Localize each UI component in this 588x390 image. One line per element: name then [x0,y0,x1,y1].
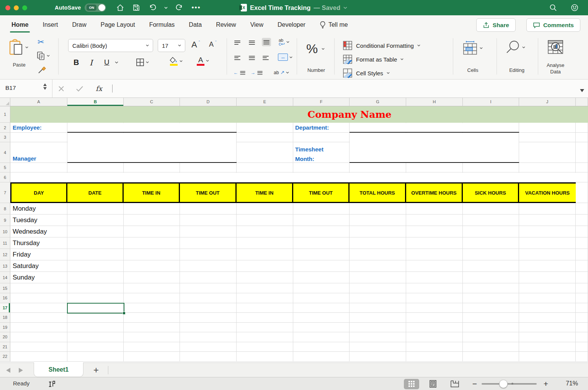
grid-cell[interactable] [519,163,576,172]
grid-cell[interactable] [237,249,293,260]
grid-cell[interactable] [576,313,588,323]
decrease-font-size-button[interactable]: Aˇ [209,41,217,49]
cells-button[interactable] [462,41,483,56]
increase-font-size-button[interactable]: Aˆ [191,40,200,50]
grid-cell[interactable] [180,272,237,283]
insert-function-button[interactable]: fx [96,80,102,98]
row-header-22[interactable]: 22 [0,352,10,362]
grid-cell[interactable] [293,352,350,362]
grid-cell[interactable] [406,313,463,323]
grid-cell[interactable] [350,237,406,249]
grid-cell[interactable] [67,332,124,342]
timesheet-header-time-in[interactable]: TIME IN [237,184,293,202]
grid-cell[interactable] [463,237,519,249]
grid-cell[interactable] [293,203,350,214]
grid-cell[interactable] [124,214,180,226]
italic-button[interactable]: I [90,58,93,67]
grid-cell[interactable] [237,260,293,272]
row-header-13[interactable]: 13 [0,260,10,272]
redo-icon[interactable] [175,3,184,12]
grid-cell[interactable] [237,272,293,283]
row-header-18[interactable]: 18 [0,313,10,323]
home-icon[interactable] [116,3,124,12]
grid-cell[interactable] [124,249,180,260]
align-center-button[interactable] [249,55,255,61]
row-header-16[interactable]: 16 [0,293,10,303]
grid-cell[interactable] [180,323,237,333]
cut-button[interactable]: ✂ [38,37,44,47]
grid-cell[interactable] [67,352,124,362]
timesheet-header-day[interactable]: DAY [11,184,67,202]
grid-cell[interactable] [463,249,519,260]
name-box-spinner[interactable] [43,83,47,90]
number-format-button[interactable]: % [306,41,325,56]
zoom-slider-knob[interactable] [499,380,508,388]
grid-cell[interactable] [237,332,293,342]
tab-formulas[interactable]: Formulas [149,15,175,34]
grid-cell[interactable] [124,226,180,237]
grid-cell[interactable] [10,283,67,293]
grid-cell[interactable] [293,283,350,293]
grid-cell[interactable] [180,303,237,313]
grid-cell[interactable] [406,237,463,249]
grid-cell[interactable] [463,272,519,283]
grid-cell[interactable] [124,323,180,333]
grid-cell[interactable] [67,283,124,293]
grid-cell[interactable] [463,226,519,237]
grid-cell[interactable] [350,293,406,303]
grid-cell[interactable] [180,203,237,214]
save-icon[interactable] [132,3,140,12]
grid-cell[interactable] [406,214,463,226]
column-header-j[interactable]: J [519,98,576,106]
grid-cell[interactable] [124,313,180,323]
row-header-6[interactable]: 6 [0,172,10,182]
grid-cell[interactable] [67,260,124,272]
copy-button[interactable] [37,51,50,60]
zoom-window-button[interactable] [22,5,27,10]
grid-cell[interactable] [519,123,576,133]
grid-cell[interactable] [10,352,67,362]
grid-cell[interactable] [463,293,519,303]
zoom-in-button[interactable]: + [541,377,550,390]
formula-input[interactable] [119,80,577,98]
align-right-button[interactable] [263,55,269,61]
grid-cell[interactable] [576,323,588,333]
row-header-2[interactable]: 2 [0,123,10,133]
grid-cell[interactable] [67,203,124,214]
confirm-entry-button[interactable] [76,80,83,98]
grid-cell[interactable] [350,303,406,313]
grid-cell[interactable] [519,226,576,237]
grid-cell[interactable] [124,303,180,313]
grid-cell[interactable] [180,313,237,323]
row-header-11[interactable]: 11 [0,237,10,249]
grid-cell[interactable] [576,182,588,203]
grid-cell[interactable] [463,163,519,172]
grid-cell[interactable] [10,323,67,333]
grid-cell[interactable] [10,303,67,313]
grid-cell[interactable] [350,260,406,272]
grid-cell[interactable] [519,342,576,352]
row-header-9[interactable]: 9 [0,214,10,226]
grid-cell[interactable] [576,142,588,163]
day-cell-monday[interactable]: Monday [10,203,67,214]
grid-cell[interactable] [519,260,576,272]
timesheet-header-date[interactable]: DATE [67,184,124,202]
align-middle-button[interactable] [249,39,255,46]
underline-chevron-icon[interactable] [115,61,118,64]
grid-cell[interactable] [293,214,350,226]
grid-cell[interactable] [293,133,350,142]
row-header-10[interactable]: 10 [0,226,10,237]
tab-insert[interactable]: Insert [42,15,58,34]
grid-cell[interactable] [463,352,519,362]
grid-cell[interactable] [67,249,124,260]
grid-cell[interactable] [237,123,293,133]
grid-cell[interactable] [463,283,519,293]
grid-cell[interactable] [67,226,124,237]
grid-cell[interactable] [67,313,124,323]
grid-cell[interactable] [124,203,180,214]
grid-cell[interactable] [576,352,588,362]
grid-cell[interactable] [519,313,576,323]
document-title[interactable]: X Excel Time Tracking — Saved [241,0,347,15]
tab-data[interactable]: Data [189,15,202,34]
grid-cell[interactable] [350,203,406,214]
